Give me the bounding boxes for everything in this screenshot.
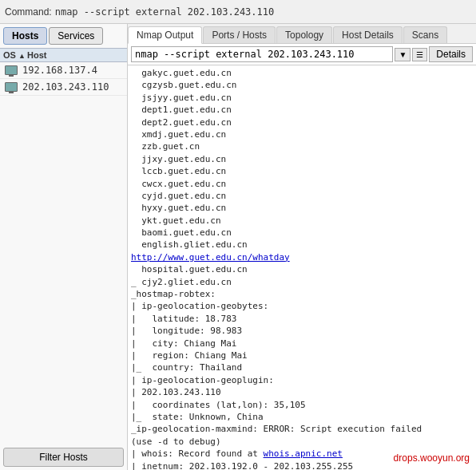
monitor-icon-2: [5, 82, 18, 92]
output-line: | city: Chiang Mai: [131, 338, 473, 350]
tab-scans[interactable]: Scans: [403, 26, 447, 43]
output-line: baomi.guet.edu.cn: [131, 227, 473, 239]
output-line: dept1.guet.edu.cn: [131, 104, 473, 116]
output-line: gakyc.guet.edu.cn: [131, 67, 473, 79]
host-ip-1: 192.168.137.4: [22, 65, 97, 76]
watermark: drops.wooyun.org: [394, 452, 470, 464]
output-line: http://www.guet.edu.cn/whatday: [131, 251, 473, 263]
tab-bar: Nmap Output Ports / Hosts Topology Host …: [128, 24, 476, 44]
search-bar: ▼ ☰ Details: [128, 44, 476, 65]
output-line: _hostmap-robtex:: [131, 288, 473, 300]
right-panel: Nmap Output Ports / Hosts Topology Host …: [128, 24, 476, 470]
output-line: | ip-geolocation-geoplugin:: [131, 374, 473, 386]
output-line: hyxy.guet.edu.cn: [131, 202, 473, 214]
host-column-header: Host: [27, 50, 124, 60]
output-line: zzb.guet.cn: [131, 140, 473, 152]
details-button[interactable]: Details: [429, 46, 473, 62]
filter-hosts-button[interactable]: Filter Hosts: [3, 448, 124, 467]
tab-host-details[interactable]: Host Details: [333, 26, 403, 43]
command-label: Command:: [5, 6, 52, 18]
os-icon-1: [3, 64, 19, 77]
link[interactable]: http://www.guet.edu.cn/whatday: [131, 252, 290, 263]
output-line: |_ state: Unknown, China: [131, 411, 473, 423]
output-line: cgzysb.guet.edu.cn: [131, 79, 473, 91]
output-line: | 202.103.243.110: [131, 386, 473, 398]
link[interactable]: whois.apnic.net: [264, 448, 343, 459]
output-line: xmdj.guet.edu.cn: [131, 128, 473, 140]
command-value: nmap --script external 202.103.243.110: [55, 6, 275, 18]
search-input[interactable]: [131, 46, 393, 62]
hosts-button[interactable]: Hosts: [3, 27, 47, 45]
os-column-header: OS ▲: [3, 50, 27, 60]
left-panel: Hosts Services OS ▲ Host 192.168.137.4 2…: [0, 24, 128, 470]
host-ip-2: 202.103.243.110: [22, 81, 109, 93]
output-area[interactable]: gakyc.guet.edu.cn cgzysb.guet.edu.cn jsj…: [128, 65, 476, 470]
output-line: _ip-geolocation-maxmind: ERROR: Script e…: [131, 423, 473, 435]
sort-arrow-icon: ▲: [18, 52, 26, 60]
host-list-header: OS ▲ Host: [0, 48, 127, 62]
tab-ports-hosts[interactable]: Ports / Hosts: [203, 26, 276, 43]
output-line: | ip-geolocation-geobytes:: [131, 300, 473, 312]
os-icon-2: [3, 81, 19, 93]
output-line: english.gliet.edu.cn: [131, 239, 473, 251]
dropdown-button[interactable]: ▼: [395, 48, 411, 61]
host-list: 192.168.137.4 202.103.243.110: [0, 62, 127, 96]
output-line: | latitude: 18.783: [131, 313, 473, 325]
host-item-1[interactable]: 192.168.137.4: [0, 62, 127, 79]
output-line: lccb.guet.edu.cn: [131, 165, 473, 177]
output-line: | coordinates (lat,lon): 35,105: [131, 399, 473, 411]
output-line: | longitude: 98.983: [131, 325, 473, 337]
output-line: jjxy.guet.edu.cn: [131, 153, 473, 165]
output-line: dept2.guet.edu.cn: [131, 117, 473, 128]
output-line: (use -d to debug): [131, 436, 473, 448]
monitor-icon: [5, 65, 18, 75]
tab-topology[interactable]: Topology: [276, 26, 332, 43]
main-area: Hosts Services OS ▲ Host 192.168.137.4 2…: [0, 24, 476, 470]
tab-nmap-output[interactable]: Nmap Output: [128, 26, 202, 44]
menu-button[interactable]: ☰: [412, 48, 427, 61]
command-bar: Command: nmap --script external 202.103.…: [0, 0, 476, 24]
output-line: jsjyy.guet.edu.cn: [131, 92, 473, 104]
output-line: hospital.guet.edu.cn: [131, 263, 473, 275]
output-line: |_ country: Thailand: [131, 361, 473, 373]
output-line: | region: Chiang Mai: [131, 350, 473, 361]
output-line: ykt.guet.edu.cn: [131, 215, 473, 227]
services-button[interactable]: Services: [49, 27, 103, 45]
top-buttons: Hosts Services: [0, 24, 127, 48]
host-item-2[interactable]: 202.103.243.110: [0, 79, 127, 96]
output-line: _ cjy2.gliet.edu.cn: [131, 276, 473, 288]
output-line: cwcx.guet.edu.cn: [131, 178, 473, 190]
output-line: cyjd.guet.edu.cn: [131, 190, 473, 202]
